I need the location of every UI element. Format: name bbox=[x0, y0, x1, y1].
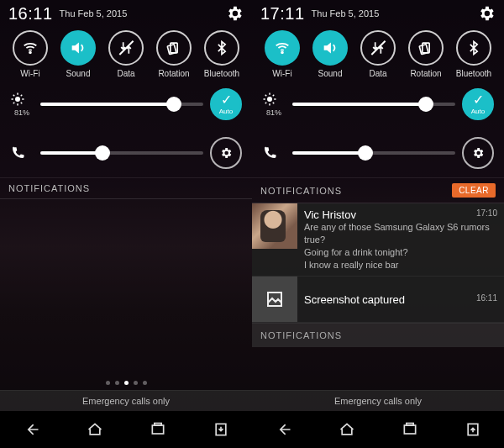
status-date: Thu Feb 5, 2015 bbox=[60, 8, 225, 18]
svg-line-23 bbox=[265, 95, 267, 97]
home-button[interactable] bbox=[330, 418, 364, 441]
brightness-slider[interactable] bbox=[292, 103, 455, 106]
avatar bbox=[252, 203, 297, 249]
svg-rect-28 bbox=[404, 425, 415, 434]
qs-rotation[interactable]: Rotation bbox=[150, 30, 197, 78]
status-bar: 16:11 Thu Feb 5, 2015 bbox=[0, 0, 252, 25]
qs-wifi[interactable]: Wi-Fi bbox=[259, 30, 306, 78]
brightness-control: 81% ✓ Auto bbox=[0, 80, 252, 129]
svg-rect-12 bbox=[152, 425, 163, 434]
volume-control bbox=[252, 129, 504, 177]
svg-line-24 bbox=[273, 103, 275, 104]
qs-bluetooth[interactable]: Bluetooth bbox=[198, 30, 245, 78]
notification-message[interactable]: Vic Hristov 17:10 Are any of those Samsu… bbox=[252, 203, 504, 277]
recent-button[interactable] bbox=[393, 418, 427, 441]
svg-point-0 bbox=[29, 52, 31, 54]
qs-rotation[interactable]: Rotation bbox=[402, 30, 449, 78]
notifications-header: NOTIFICATIONS CLEAR bbox=[252, 177, 504, 203]
navigation-bar bbox=[0, 411, 252, 448]
svg-line-25 bbox=[265, 103, 267, 104]
page-indicator bbox=[0, 376, 252, 390]
image-icon bbox=[252, 277, 297, 322]
sound-settings-button[interactable] bbox=[462, 137, 494, 169]
notifications-header: NOTIFICATIONS bbox=[0, 177, 252, 199]
back-button[interactable] bbox=[267, 418, 301, 441]
quick-settings: Wi-Fi Sound Data Rotation Bluetooth bbox=[0, 25, 252, 80]
qs-wifi[interactable]: Wi-Fi bbox=[7, 30, 54, 78]
screen-right: 17:11 Thu Feb 5, 2015 Wi-Fi Sound Data R… bbox=[252, 0, 504, 448]
svg-point-3 bbox=[15, 97, 20, 102]
qs-data[interactable]: Data bbox=[354, 30, 402, 78]
pullup-button[interactable] bbox=[456, 418, 490, 441]
back-button[interactable] bbox=[15, 418, 49, 441]
gear-icon[interactable] bbox=[477, 4, 496, 23]
status-date: Thu Feb 5, 2015 bbox=[312, 8, 477, 18]
screen-left: 16:11 Thu Feb 5, 2015 Wi-Fi Sound Data R… bbox=[0, 0, 252, 448]
check-icon: ✓ bbox=[473, 93, 484, 107]
svg-point-18 bbox=[267, 97, 272, 102]
brightness-icon: 81% bbox=[10, 92, 34, 117]
brightness-control: 81% ✓ Auto bbox=[252, 80, 504, 129]
svg-rect-27 bbox=[268, 293, 281, 306]
notification-screenshot[interactable]: Screenshot captured 16:11 bbox=[252, 277, 504, 323]
volume-slider[interactable] bbox=[40, 151, 203, 155]
brightness-icon: 81% bbox=[262, 92, 286, 117]
qs-bluetooth[interactable]: Bluetooth bbox=[450, 30, 497, 78]
notification-sender: Vic Hristov bbox=[304, 208, 497, 221]
auto-brightness-toggle[interactable]: ✓ Auto bbox=[210, 88, 242, 120]
notification-time: 17:10 bbox=[476, 208, 497, 218]
clock: 17:11 bbox=[260, 4, 305, 24]
phone-icon bbox=[10, 145, 34, 161]
recent-button[interactable] bbox=[141, 418, 175, 441]
navigation-bar bbox=[252, 411, 504, 448]
notification-time: 16:11 bbox=[476, 293, 497, 303]
svg-line-26 bbox=[273, 95, 275, 97]
status-bar: 17:11 Thu Feb 5, 2015 bbox=[252, 0, 504, 25]
qs-sound[interactable]: Sound bbox=[307, 30, 354, 78]
svg-rect-29 bbox=[406, 424, 412, 426]
svg-rect-13 bbox=[154, 424, 160, 426]
clock: 16:11 bbox=[8, 4, 53, 24]
emergency-banner: Emergency calls only bbox=[252, 390, 504, 411]
svg-point-15 bbox=[281, 52, 283, 54]
check-icon: ✓ bbox=[221, 93, 232, 107]
notifications-subheader: NOTIFICATIONS bbox=[252, 323, 504, 347]
svg-line-8 bbox=[13, 95, 15, 97]
notification-title: Screenshot captured bbox=[304, 293, 405, 306]
quick-settings: Wi-Fi Sound Data Rotation Bluetooth bbox=[252, 25, 504, 80]
brightness-slider[interactable] bbox=[40, 103, 203, 106]
pulldown-button[interactable] bbox=[204, 418, 238, 441]
qs-data[interactable]: Data bbox=[102, 30, 150, 78]
sound-settings-button[interactable] bbox=[210, 137, 242, 169]
gear-icon[interactable] bbox=[225, 4, 244, 23]
svg-line-9 bbox=[21, 103, 23, 104]
clear-button[interactable]: CLEAR bbox=[452, 183, 496, 198]
svg-line-10 bbox=[13, 103, 15, 104]
emergency-banner: Emergency calls only bbox=[0, 390, 252, 411]
volume-control bbox=[0, 129, 252, 177]
volume-slider[interactable] bbox=[292, 151, 455, 155]
home-button[interactable] bbox=[78, 418, 112, 441]
qs-sound[interactable]: Sound bbox=[55, 30, 102, 78]
auto-brightness-toggle[interactable]: ✓ Auto bbox=[462, 88, 494, 120]
phone-icon bbox=[262, 145, 286, 161]
svg-line-11 bbox=[21, 95, 23, 97]
